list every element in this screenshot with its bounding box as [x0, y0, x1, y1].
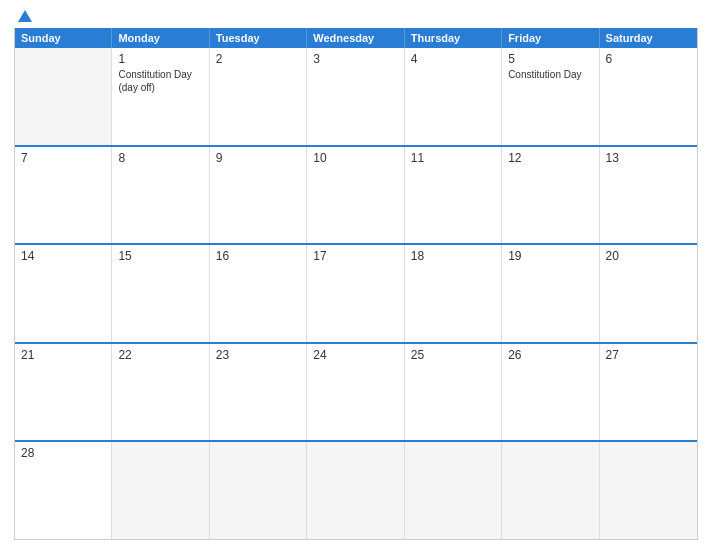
calendar-cell: 15 [112, 245, 209, 342]
calendar-cell: 28 [15, 442, 112, 539]
calendar-cell: 24 [307, 344, 404, 441]
day-number: 20 [606, 249, 691, 263]
calendar-cell: 23 [210, 344, 307, 441]
calendar-week-row: 21222324252627 [15, 344, 697, 443]
page: SundayMondayTuesdayWednesdayThursdayFrid… [0, 0, 712, 550]
day-number: 11 [411, 151, 495, 165]
calendar-cell: 26 [502, 344, 599, 441]
calendar-cell: 1Constitution Day (day off) [112, 48, 209, 145]
calendar-header-cell: Thursday [405, 28, 502, 48]
calendar-cell: 27 [600, 344, 697, 441]
calendar-header-row: SundayMondayTuesdayWednesdayThursdayFrid… [15, 28, 697, 48]
calendar-cell: 6 [600, 48, 697, 145]
day-number: 16 [216, 249, 300, 263]
logo-triangle-icon [18, 10, 32, 22]
day-number: 10 [313, 151, 397, 165]
day-event-label: Constitution Day (day off) [118, 68, 202, 94]
calendar-cell: 17 [307, 245, 404, 342]
day-number: 12 [508, 151, 592, 165]
calendar-cell: 2 [210, 48, 307, 145]
day-number: 18 [411, 249, 495, 263]
calendar-cell: 19 [502, 245, 599, 342]
day-number: 21 [21, 348, 105, 362]
calendar-body: 1Constitution Day (day off)2345Constitut… [15, 48, 697, 539]
calendar-cell: 21 [15, 344, 112, 441]
day-number: 7 [21, 151, 105, 165]
day-number: 23 [216, 348, 300, 362]
calendar-cell [405, 442, 502, 539]
calendar-cell: 13 [600, 147, 697, 244]
logo-blue-text [14, 10, 32, 22]
calendar-header-cell: Friday [502, 28, 599, 48]
day-number: 24 [313, 348, 397, 362]
day-number: 8 [118, 151, 202, 165]
calendar-cell: 12 [502, 147, 599, 244]
calendar-cell: 4 [405, 48, 502, 145]
day-number: 15 [118, 249, 202, 263]
calendar-cell: 7 [15, 147, 112, 244]
calendar-cell [600, 442, 697, 539]
day-number: 22 [118, 348, 202, 362]
day-number: 9 [216, 151, 300, 165]
day-number: 13 [606, 151, 691, 165]
calendar-cell: 5Constitution Day [502, 48, 599, 145]
day-number: 2 [216, 52, 300, 66]
calendar-cell: 14 [15, 245, 112, 342]
calendar-cell [112, 442, 209, 539]
calendar-week-row: 14151617181920 [15, 245, 697, 344]
calendar-header-cell: Monday [112, 28, 209, 48]
calendar-cell: 10 [307, 147, 404, 244]
calendar-cell [210, 442, 307, 539]
calendar-header-cell: Saturday [600, 28, 697, 48]
calendar-header-cell: Tuesday [210, 28, 307, 48]
day-event-label: Constitution Day [508, 68, 592, 81]
calendar-cell [307, 442, 404, 539]
calendar-cell: 18 [405, 245, 502, 342]
day-number: 19 [508, 249, 592, 263]
calendar-cell: 22 [112, 344, 209, 441]
calendar-cell: 8 [112, 147, 209, 244]
calendar-header-cell: Sunday [15, 28, 112, 48]
calendar-week-row: 78910111213 [15, 147, 697, 246]
calendar-cell [502, 442, 599, 539]
day-number: 28 [21, 446, 105, 460]
calendar-cell: 3 [307, 48, 404, 145]
logo [14, 10, 32, 22]
calendar: SundayMondayTuesdayWednesdayThursdayFrid… [14, 28, 698, 540]
day-number: 14 [21, 249, 105, 263]
header [14, 10, 698, 22]
day-number: 6 [606, 52, 691, 66]
day-number: 3 [313, 52, 397, 66]
day-number: 26 [508, 348, 592, 362]
calendar-cell: 16 [210, 245, 307, 342]
calendar-cell: 11 [405, 147, 502, 244]
calendar-cell: 20 [600, 245, 697, 342]
calendar-cell [15, 48, 112, 145]
calendar-cell: 25 [405, 344, 502, 441]
day-number: 17 [313, 249, 397, 263]
calendar-header-cell: Wednesday [307, 28, 404, 48]
calendar-week-row: 28 [15, 442, 697, 539]
day-number: 1 [118, 52, 202, 66]
calendar-cell: 9 [210, 147, 307, 244]
day-number: 4 [411, 52, 495, 66]
day-number: 5 [508, 52, 592, 66]
day-number: 27 [606, 348, 691, 362]
calendar-week-row: 1Constitution Day (day off)2345Constitut… [15, 48, 697, 147]
day-number: 25 [411, 348, 495, 362]
